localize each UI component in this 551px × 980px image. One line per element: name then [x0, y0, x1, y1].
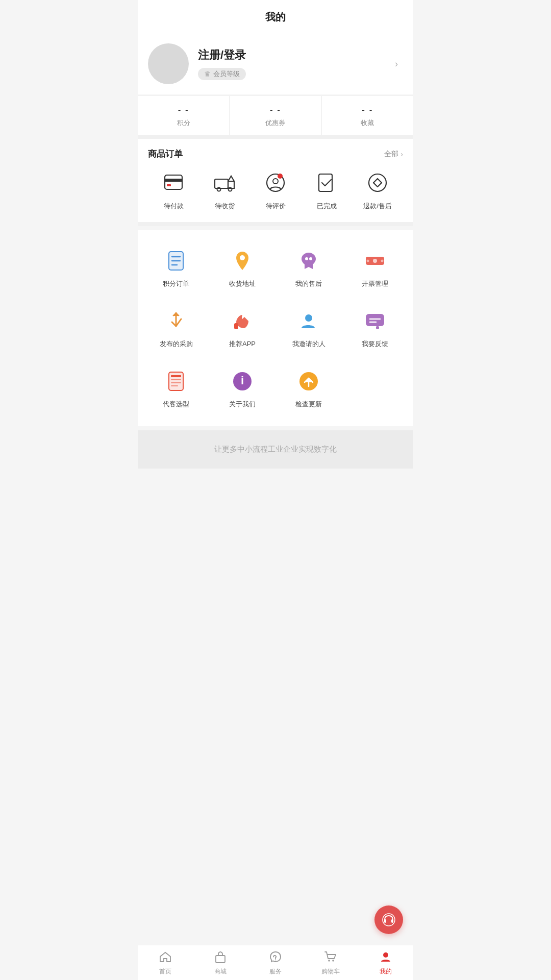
order-completed-icon [313, 169, 340, 197]
divider-1 [138, 135, 413, 139]
svg-rect-9 [319, 174, 332, 191]
svg-point-22 [381, 260, 384, 262]
service-feedback-label: 我要反馈 [362, 339, 388, 349]
services-row-2: 发布的采购 推荐APP 我邀请的人 [143, 301, 408, 356]
svg-rect-35 [171, 379, 181, 380]
services-row-1: 积分订单 收货地址 我 [143, 240, 408, 296]
order-pending-delivery-label: 待收货 [215, 202, 235, 211]
stat-points-label: 积分 [138, 118, 229, 128]
svg-rect-32 [169, 372, 183, 390]
svg-point-10 [369, 174, 386, 191]
page-title: 我的 [138, 0, 413, 31]
member-level-label: 会员等级 [213, 69, 240, 79]
svg-rect-28 [366, 314, 384, 326]
recommend-app-icon [229, 308, 256, 334]
order-refund-label: 退款/售后 [363, 202, 392, 211]
register-login-button[interactable]: 注册/登录 [198, 47, 390, 63]
svg-rect-37 [171, 385, 178, 386]
stat-points-value: - - [138, 105, 229, 115]
orders-title: 商品订单 [148, 148, 183, 160]
service-purchase[interactable]: 发布的采购 [143, 301, 209, 356]
order-pending-pay[interactable]: 待付款 [148, 169, 199, 211]
svg-rect-1 [165, 179, 182, 182]
service-about[interactable]: i 关于我们 [209, 361, 276, 416]
avatar [148, 43, 189, 84]
service-update[interactable]: 检查更新 [276, 361, 342, 416]
service-after-sale[interactable]: 我的售后 [276, 240, 342, 296]
profile-arrow-icon[interactable]: › [390, 54, 403, 75]
svg-point-8 [278, 174, 283, 179]
order-completed-label: 已完成 [317, 202, 337, 211]
service-address[interactable]: 收货地址 [209, 240, 276, 296]
svg-point-21 [367, 260, 369, 262]
crown-icon: ♛ [204, 70, 211, 78]
tagline-section: 让更多中小流程工业企业实现数字化 [138, 430, 413, 469]
services-row-3: 代客选型 i 关于我们 [143, 361, 408, 416]
svg-rect-29 [376, 326, 379, 329]
svg-rect-36 [171, 382, 181, 383]
after-sale-icon [295, 248, 322, 274]
svg-text:i: i [241, 374, 244, 387]
service-feedback[interactable]: 我要反馈 [342, 301, 408, 356]
service-invoice[interactable]: 开票管理 [342, 240, 408, 296]
svg-point-20 [373, 259, 377, 263]
order-refund[interactable]: 退款/售后 [352, 169, 403, 211]
feedback-icon [362, 308, 388, 334]
profile-info: 注册/登录 ♛ 会员等级 [198, 47, 390, 80]
svg-point-7 [273, 179, 278, 184]
order-completed[interactable]: 已完成 [301, 169, 352, 211]
address-icon [229, 248, 256, 274]
service-recommend-app[interactable]: 推荐APP [209, 301, 276, 356]
service-points-order-label: 积分订单 [163, 279, 189, 288]
services-section: 积分订单 收货地址 我 [138, 230, 413, 426]
svg-rect-0 [165, 175, 182, 189]
order-pending-pay-label: 待付款 [164, 202, 184, 211]
service-points-order[interactable]: 积分订单 [143, 240, 209, 296]
stat-points[interactable]: - - 积分 [138, 96, 230, 135]
member-badge[interactable]: ♛ 会员等级 [198, 68, 246, 80]
svg-point-18 [309, 257, 312, 260]
divider-2 [138, 222, 413, 226]
svg-point-27 [305, 314, 312, 322]
purchase-icon [163, 308, 189, 334]
orders-section: 商品订单 全部 › 待付款 [138, 139, 413, 222]
stats-section: - - 积分 - - 优惠券 - - 收藏 [138, 95, 413, 135]
update-icon [295, 368, 322, 395]
service-empty [342, 361, 408, 416]
orders-all-label: 全部 [384, 150, 398, 159]
svg-rect-26 [234, 323, 238, 329]
stat-favorites-label: 收藏 [322, 118, 413, 128]
orders-header: 商品订单 全部 › [148, 148, 403, 160]
service-invite-label: 我邀请的人 [292, 339, 325, 349]
order-pending-review-label: 待评价 [266, 202, 286, 211]
service-purchase-label: 发布的采购 [160, 339, 193, 349]
service-invite[interactable]: 我邀请的人 [276, 301, 342, 356]
service-invoice-label: 开票管理 [362, 279, 388, 288]
invoice-icon [362, 248, 388, 274]
tagline-text: 让更多中小流程工业企业实现数字化 [214, 445, 337, 453]
order-pending-delivery[interactable]: 待收货 [199, 169, 250, 211]
svg-rect-2 [167, 184, 171, 186]
service-address-label: 收货地址 [229, 279, 256, 288]
order-pending-pay-icon [160, 169, 187, 197]
selection-icon [163, 368, 189, 395]
order-pending-review[interactable]: 待评价 [250, 169, 301, 211]
orders-all-button[interactable]: 全部 › [384, 150, 403, 159]
service-update-label: 检查更新 [295, 400, 322, 409]
points-order-icon [163, 248, 189, 274]
profile-section[interactable]: 注册/登录 ♛ 会员等级 › [138, 31, 413, 94]
service-about-label: 关于我们 [229, 400, 256, 409]
service-selection[interactable]: 代客选型 [143, 361, 209, 416]
orders-grid: 待付款 待收货 [148, 169, 403, 217]
order-pending-review-icon [262, 169, 289, 197]
service-selection-label: 代客选型 [163, 400, 189, 409]
svg-rect-34 [171, 375, 181, 377]
svg-rect-3 [215, 179, 228, 188]
stat-coupons-value: - - [230, 105, 321, 115]
stat-favorites[interactable]: - - 收藏 [322, 96, 413, 135]
stat-coupons-label: 优惠券 [230, 118, 321, 128]
stat-coupons[interactable]: - - 优惠券 [230, 96, 321, 135]
order-pending-delivery-icon [211, 169, 238, 197]
order-refund-icon [364, 169, 391, 197]
svg-point-17 [305, 257, 308, 260]
